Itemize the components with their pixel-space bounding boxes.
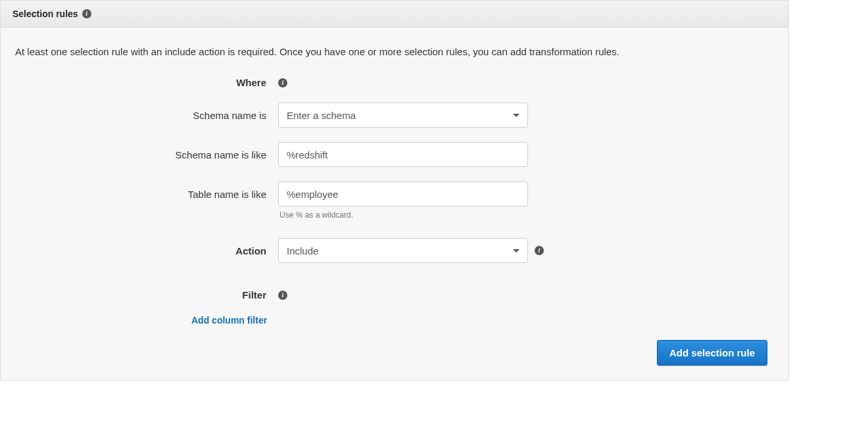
info-icon[interactable]: i — [278, 78, 287, 87]
selection-rules-panel: Selection rules i At least one selection… — [0, 0, 789, 381]
wildcard-hint: Use % as a wildcard. — [278, 210, 774, 220]
action-dropdown[interactable]: Include — [278, 238, 528, 263]
schema-name-like-row: Schema name is like — [15, 142, 774, 167]
add-column-filter-link[interactable]: Add column filter — [191, 315, 267, 325]
table-name-like-row: Table name is like — [15, 181, 774, 206]
schema-name-selected: Enter a schema — [287, 110, 356, 121]
schema-name-is-row: Schema name is Enter a schema — [15, 103, 774, 128]
panel-header: Selection rules i — [1, 1, 788, 28]
where-label: Where — [15, 77, 278, 88]
schema-name-like-input[interactable] — [278, 142, 528, 167]
action-selected: Include — [287, 245, 318, 256]
info-icon[interactable]: i — [278, 291, 287, 300]
add-selection-rule-button[interactable]: Add selection rule — [657, 340, 767, 366]
chevron-down-icon — [513, 114, 519, 117]
schema-name-like-label: Schema name is like — [15, 149, 278, 160]
table-name-like-label: Table name is like — [15, 189, 278, 200]
where-row: Where i — [15, 77, 774, 88]
button-row: Add selection rule — [15, 340, 774, 366]
table-name-like-input[interactable] — [278, 181, 528, 206]
chevron-down-icon — [513, 249, 519, 252]
filter-label: Filter — [15, 289, 278, 300]
action-row: Action Include i — [15, 238, 774, 263]
filter-row: Filter i — [15, 289, 774, 300]
add-column-filter-row: Add column filter — [191, 315, 774, 325]
panel-title: Selection rules — [12, 9, 78, 19]
panel-description: At least one selection rule with an incl… — [15, 46, 774, 57]
panel-body: At least one selection rule with an incl… — [1, 28, 788, 380]
action-label: Action — [15, 245, 278, 256]
info-icon[interactable]: i — [82, 9, 91, 18]
schema-name-dropdown[interactable]: Enter a schema — [278, 103, 528, 128]
schema-name-is-label: Schema name is — [15, 110, 278, 121]
info-icon[interactable]: i — [535, 246, 544, 255]
